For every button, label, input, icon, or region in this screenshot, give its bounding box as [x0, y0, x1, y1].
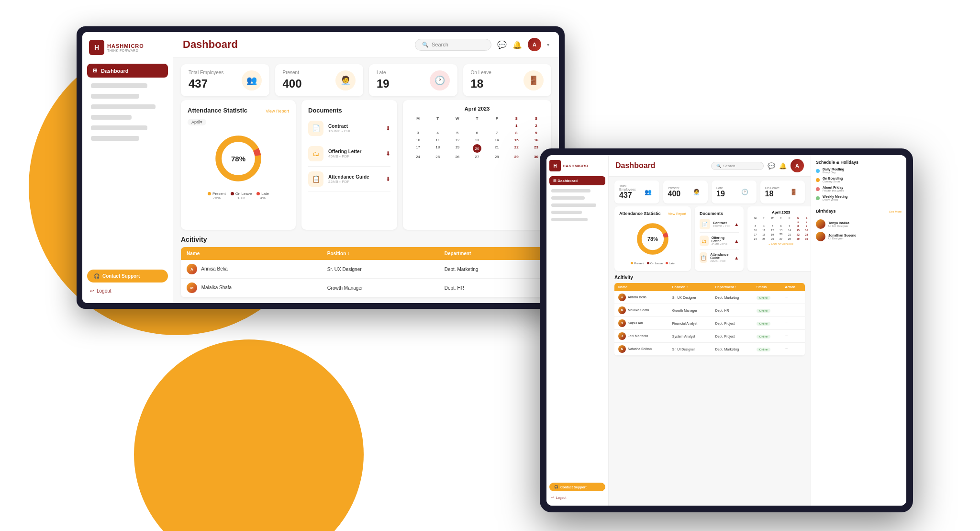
tr5-avatar: N — [618, 345, 626, 353]
leave-icon: 🚪 — [523, 70, 544, 90]
add-schedule-button[interactable]: + ADD SCHEDULE — [751, 243, 811, 246]
birthday-role-1: UI UX Designer — [828, 225, 902, 227]
doc-name-offering: Offering Letter — [328, 149, 381, 154]
tcol-name: Name — [614, 283, 668, 291]
cal-day-13: 13 — [468, 137, 486, 143]
tablet-avatar[interactable]: A — [791, 159, 804, 172]
tablet-main: Dashboard 🔍 Search 💬 🔔 A Total Employees — [609, 155, 811, 506]
stats-row: Total Employees 437 👥 Present 400 🧑‍💼 La… — [173, 57, 559, 100]
tablet-nav-dashboard[interactable]: ⊞ Dashboard — [549, 176, 605, 185]
see-more-button[interactable]: See More — [889, 210, 902, 213]
status-badge-3: Online — [757, 322, 770, 326]
schedule-dot-3 — [816, 187, 820, 191]
tr4-name: JJeni Martanto — [614, 330, 668, 343]
cal-day-3: 3 — [409, 130, 427, 136]
ts-icon-late: 🕐 — [738, 185, 752, 199]
tablet-bell-icon[interactable]: 🔔 — [779, 162, 787, 169]
tcg-h-m: M — [751, 216, 759, 219]
download-icon-contract[interactable]: ⬇ — [386, 125, 390, 132]
employees-icon: 👥 — [242, 70, 262, 90]
avatar[interactable]: A — [528, 38, 541, 51]
schedule-info-2: On Boarding Coming Soon — [823, 177, 902, 183]
view-report-link[interactable]: View Report — [266, 109, 289, 113]
tablet-search-ph: Search — [723, 164, 735, 168]
cal-day-2: 2 — [527, 123, 546, 129]
doc-meta-guide: 22MB • PDF — [328, 180, 381, 184]
schedule-name-1: Daily Meeting — [823, 168, 902, 171]
table-row: MMalaika Shafa Growth Manager Dept. HR O… — [614, 304, 805, 317]
tr5-status: Online — [753, 343, 781, 356]
bell-icon[interactable]: 🔔 — [512, 40, 522, 49]
cal-day-11: 11 — [428, 137, 447, 143]
tablet-nav-ph-2 — [551, 196, 585, 200]
sidebar-item-dashboard[interactable]: ⊞ Dashboard — [87, 64, 168, 78]
tablet-activity-section: Acitivity Name Position ↕ Department ↕ S… — [609, 275, 811, 360]
tablet-activity-title: Acitivity — [614, 275, 805, 280]
download-icon-offering[interactable]: ⬇ — [386, 150, 390, 157]
cal-h-fri: F — [488, 115, 506, 122]
tablet-doc-info-1: Contract 150MB • PDF — [713, 221, 730, 227]
action-icon-1[interactable]: ⋯ — [785, 295, 788, 299]
status-badge-5: Online — [757, 348, 770, 351]
cal-h-tue: T — [428, 115, 447, 122]
download-icon-guide[interactable]: ⬇ — [386, 176, 390, 182]
doc-item-guide: 📋 Attendance Guide 22MB • PDF ⬇ — [308, 167, 390, 192]
tablet-stat-leave: On Leave 18 🚪 — [760, 181, 805, 203]
tablet-contact-support-button[interactable]: 🎧 Contact Support — [549, 483, 605, 491]
birthdays-section: Birthdays See More Tonya Inalika UI UX D… — [816, 209, 902, 244]
schedule-info-4: Weekly Meeting Every Week — [823, 195, 902, 201]
stat-label-leave: On Leave — [471, 70, 491, 75]
tablet-activity-table: Name Position ↕ Department ↕ Status Acti… — [614, 283, 805, 356]
contact-support-button[interactable]: 🎧 Contact Support — [87, 270, 168, 282]
tablet-chat-icon[interactable]: 💬 — [768, 162, 775, 169]
tcg-h-sa: S — [794, 216, 802, 219]
row2-name: M Malaika Shafa — [181, 279, 322, 297]
schedule-item-1: Daily Meeting Every Day — [816, 168, 902, 174]
tcg-h-w: W — [768, 216, 777, 219]
stat-on-leave: On Leave 18 🚪 — [463, 64, 552, 96]
ts-val-pres: 400 — [668, 190, 681, 198]
month-badge[interactable]: April ▾ — [188, 119, 206, 125]
tablet-dl-1[interactable]: ▲ — [734, 222, 739, 227]
row2-dept: Dept. HR — [439, 279, 551, 297]
tablet-docs-card: Documents 📄 Contract 150MB • PDF ▲ 🗂 Off… — [695, 206, 744, 271]
table-row: NNatasha Shihab Sr. UI Designer Dept. Ma… — [614, 343, 805, 356]
tr1-action: ⋯ — [781, 291, 805, 304]
search-bar[interactable]: 🔍 Search — [415, 39, 491, 51]
schedule-info-1: Daily Meeting Every Day — [823, 168, 902, 174]
dashboard-icon: ⊞ — [93, 68, 97, 74]
tablet-donut-pct: 78% — [647, 236, 658, 242]
col-dept: Department — [439, 247, 551, 260]
month-label: April — [191, 120, 200, 124]
tablet-search-bar[interactable]: 🔍 Search — [711, 162, 764, 170]
schedule-time-1: Every Day — [823, 171, 902, 174]
logout-button[interactable]: ↩ Logout — [87, 286, 168, 295]
nav-placeholder-6 — [91, 136, 139, 141]
tablet-dl-2[interactable]: ▲ — [734, 238, 739, 244]
schedule-item-3: About Friday Friday, this week — [816, 186, 902, 192]
birthday-info-2: Jonathan Sueeno UI Designer — [828, 234, 902, 240]
tablet-doc-name-1: Contract — [713, 221, 730, 225]
row1-position: Sr. UX Designer — [322, 260, 439, 279]
dropdown-arrow: ▾ — [200, 120, 202, 124]
row1-name: A Annisa Belia — [181, 260, 322, 279]
ts-label-late: Late — [716, 186, 725, 190]
stat-late: Late 19 🕐 — [369, 64, 457, 96]
action-icon-5[interactable]: ⋯ — [785, 347, 788, 350]
tablet-dl-3[interactable]: ▲ — [734, 255, 739, 260]
chat-icon[interactable]: 💬 — [497, 40, 507, 49]
action-icon-2[interactable]: ⋯ — [785, 308, 788, 312]
tablet-att-title: Attendance Statistic — [619, 211, 661, 216]
status-badge-4: Online — [757, 335, 770, 339]
row2-position: Growth Manager — [322, 279, 439, 297]
action-icon-4[interactable]: ⋯ — [785, 334, 788, 338]
tablet-logout-button[interactable]: ↩ Logout — [549, 494, 605, 501]
action-icon-3[interactable]: ⋯ — [785, 321, 788, 325]
tablet-view-report[interactable]: View Report — [668, 212, 686, 215]
tablet-offering-icon: 🗂 — [700, 236, 709, 246]
tablet-header: Dashboard 🔍 Search 💬 🔔 A — [609, 155, 811, 177]
cal-day-4: 4 — [428, 130, 447, 136]
col-position: Position ↕ — [322, 247, 439, 260]
chevron-down-icon: ▾ — [547, 42, 549, 47]
ts-val-emp: 437 — [619, 191, 642, 200]
